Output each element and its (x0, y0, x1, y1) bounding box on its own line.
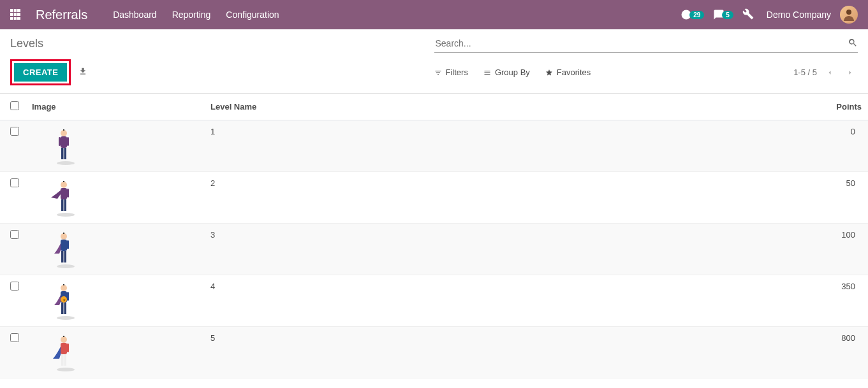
create-button[interactable]: Create (14, 63, 67, 82)
svg-rect-7 (67, 137, 69, 146)
level-image (45, 333, 83, 371)
company-name[interactable]: Demo Company (767, 10, 831, 20)
app-brand[interactable]: Referrals (36, 8, 87, 22)
favorites-label: Favorites (557, 68, 591, 77)
cell-levelname: 5 (204, 327, 607, 378)
row-checkbox[interactable] (10, 282, 19, 291)
devtools-icon[interactable] (742, 8, 754, 22)
svg-text:★: ★ (63, 298, 66, 302)
level-image (45, 127, 83, 165)
cell-points: 100 (607, 224, 868, 275)
chevron-right-icon (846, 69, 854, 76)
search-bar (434, 34, 858, 53)
svg-rect-25 (61, 303, 64, 314)
user-avatar[interactable] (840, 6, 858, 24)
svg-rect-5 (64, 148, 67, 159)
svg-rect-30 (61, 343, 67, 354)
level-image (45, 230, 83, 268)
svg-point-0 (846, 10, 851, 15)
cell-points: 50 (607, 172, 868, 224)
export-icon[interactable] (78, 67, 87, 78)
filter-icon (434, 69, 442, 76)
row-checkbox[interactable] (10, 178, 19, 187)
pager-text: 1-5 / 5 (793, 68, 817, 77)
svg-point-2 (61, 130, 67, 136)
timer-icon[interactable]: 29 (680, 9, 704, 20)
groupby-label: Group By (495, 68, 530, 77)
favorites-button[interactable]: Favorites (545, 68, 591, 77)
svg-rect-27 (67, 292, 69, 301)
star-icon (545, 69, 553, 76)
table-row[interactable]: ★ 4 350 (0, 275, 868, 327)
chevron-left-icon (826, 69, 834, 76)
svg-point-15 (61, 233, 67, 240)
svg-rect-3 (61, 136, 67, 148)
svg-point-28 (57, 368, 75, 371)
svg-rect-12 (64, 199, 67, 211)
levels-table: Image Level Name Points 1 0 2 50 (0, 94, 868, 378)
col-image[interactable]: Image (26, 94, 204, 120)
row-checkbox[interactable] (10, 333, 19, 342)
messages-badge: 5 (722, 11, 733, 19)
search-input[interactable] (434, 36, 848, 51)
table-row[interactable]: 3 100 (0, 224, 868, 275)
svg-rect-17 (61, 251, 64, 262)
nav-link-dashboard[interactable]: Dashboard (113, 10, 157, 20)
level-image (45, 178, 83, 217)
cell-points: 800 (607, 327, 868, 378)
cell-levelname: 4 (204, 275, 607, 327)
groupby-button[interactable]: Group By (483, 68, 530, 77)
svg-rect-16 (61, 240, 67, 251)
groupby-icon (483, 69, 491, 76)
timer-badge: 29 (689, 11, 704, 19)
level-image: ★ (45, 282, 83, 320)
svg-rect-32 (64, 354, 67, 366)
pager-next[interactable] (842, 65, 858, 80)
cell-levelname: 3 (204, 224, 607, 275)
apps-icon[interactable] (10, 9, 22, 20)
nav-link-reporting[interactable]: Reporting (172, 10, 211, 20)
svg-rect-19 (67, 240, 69, 249)
svg-point-1 (57, 161, 75, 165)
row-checkbox[interactable] (10, 127, 19, 136)
col-levelname[interactable]: Level Name (204, 94, 607, 120)
svg-rect-18 (64, 251, 67, 262)
table-row[interactable]: 5 800 (0, 327, 868, 378)
svg-rect-33 (67, 343, 69, 352)
svg-rect-11 (61, 199, 64, 211)
cell-points: 0 (607, 120, 868, 172)
row-checkbox[interactable] (10, 230, 19, 239)
nav-link-configuration[interactable]: Configuration (226, 10, 279, 20)
col-points[interactable]: Points (607, 94, 868, 120)
create-button-highlight: Create (10, 59, 71, 85)
select-all-checkbox[interactable] (10, 101, 19, 110)
svg-rect-6 (59, 137, 61, 146)
filters-label: Filters (446, 68, 468, 77)
svg-rect-13 (67, 189, 69, 198)
svg-rect-31 (61, 354, 64, 366)
breadcrumb-title: Levels (10, 34, 434, 53)
control-panel: Levels Create Filters (0, 29, 868, 94)
svg-point-8 (57, 213, 75, 217)
svg-rect-26 (64, 303, 67, 314)
svg-point-9 (61, 182, 67, 188)
messages-icon[interactable]: 5 (713, 9, 733, 20)
top-navbar: Referrals Dashboard Reporting Configurat… (0, 0, 868, 29)
cell-levelname: 2 (204, 172, 607, 224)
table-row[interactable]: 2 50 (0, 172, 868, 224)
search-icon[interactable] (848, 38, 858, 50)
svg-point-20 (57, 316, 75, 320)
cell-levelname: 1 (204, 120, 607, 172)
svg-point-29 (61, 336, 67, 343)
svg-rect-4 (61, 148, 64, 159)
svg-point-21 (61, 285, 67, 291)
filters-button[interactable]: Filters (434, 68, 468, 77)
cell-points: 350 (607, 275, 868, 327)
svg-rect-10 (61, 188, 67, 199)
svg-point-14 (57, 264, 75, 268)
table-row[interactable]: 1 0 (0, 120, 868, 172)
pager-prev[interactable] (822, 65, 837, 80)
nav-links: Dashboard Reporting Configuration (113, 10, 279, 20)
